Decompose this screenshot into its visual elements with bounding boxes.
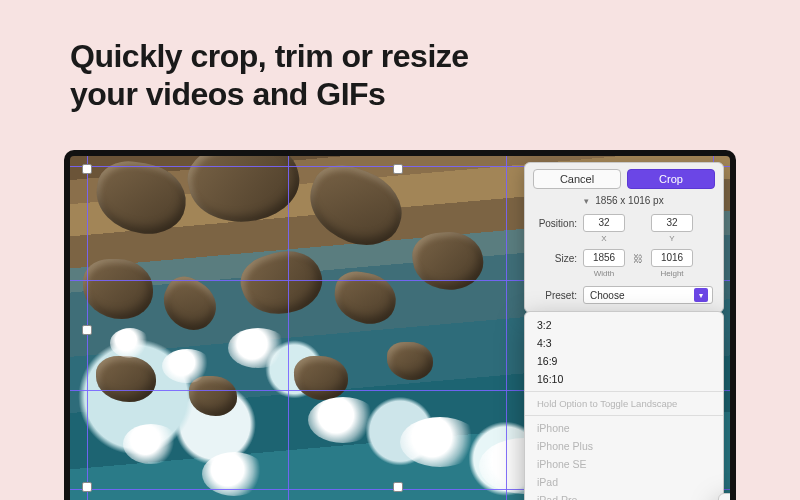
device-frame: Cancel Crop ▾ 1856 x 1016 px Position: 3… bbox=[64, 150, 736, 500]
video-canvas[interactable]: Cancel Crop ▾ 1856 x 1016 px Position: 3… bbox=[70, 156, 730, 500]
image-rock bbox=[387, 342, 433, 380]
image-rock bbox=[410, 228, 486, 293]
crop-guide-line bbox=[506, 156, 507, 500]
image-rock bbox=[83, 259, 153, 319]
image-rock bbox=[294, 356, 348, 400]
marketing-headline: Quickly crop, trim or resize your videos… bbox=[70, 38, 469, 114]
preset-label: Preset: bbox=[535, 290, 577, 301]
image-foam bbox=[308, 397, 378, 443]
preset-menu-ratios: 3:24:316:916:10 bbox=[525, 316, 723, 388]
headline-line-1: Quickly crop, trim or resize bbox=[70, 38, 469, 76]
preset-ratio-menuitem[interactable]: 16:10 bbox=[525, 370, 723, 388]
menu-separator bbox=[525, 391, 723, 392]
preset-menu-devices: iPhoneiPhone PlusiPhone SEiPadiPad ProAp… bbox=[525, 419, 723, 500]
preset-menu: 3:24:316:916:10 Hold Option to Toggle La… bbox=[524, 311, 724, 500]
cancel-button[interactable]: Cancel bbox=[533, 169, 621, 189]
crop-dimensions-readout: 1856 x 1016 px bbox=[595, 195, 663, 206]
size-width-sublabel: Width bbox=[583, 269, 625, 278]
preset-ratio-menuitem[interactable]: 3:2 bbox=[525, 316, 723, 334]
image-rock bbox=[330, 268, 400, 328]
preset-device-menuitem[interactable]: iPad bbox=[525, 473, 723, 491]
video-modes-submenu: 1080p (HD)2160p (UHD)480p (SD)720p (HD)P… bbox=[718, 493, 730, 500]
size-label: Size: bbox=[535, 253, 577, 264]
crop-handle-ml[interactable] bbox=[82, 325, 92, 335]
preset-device-menuitem[interactable]: iPhone SE bbox=[525, 455, 723, 473]
image-foam bbox=[228, 328, 288, 368]
crop-handle-tl[interactable] bbox=[82, 164, 92, 174]
size-height-sublabel: Height bbox=[651, 269, 693, 278]
size-height-input[interactable]: 1016 bbox=[651, 249, 693, 267]
image-foam bbox=[400, 417, 480, 467]
preset-device-menuitem[interactable]: iPhone Plus bbox=[525, 437, 723, 455]
preset-dropdown[interactable]: Choose ▾ bbox=[583, 286, 713, 304]
crop-handle-tm[interactable] bbox=[393, 164, 403, 174]
preset-ratio-menuitem[interactable]: 4:3 bbox=[525, 334, 723, 352]
image-rock bbox=[234, 241, 329, 325]
headline-line-2: your videos and GIFs bbox=[70, 76, 469, 114]
image-rock bbox=[96, 356, 156, 402]
preset-device-menuitem[interactable]: iPhone bbox=[525, 419, 723, 437]
image-rock bbox=[92, 157, 191, 239]
position-y-sublabel: Y bbox=[651, 234, 693, 243]
crop-inspector-panel: Cancel Crop ▾ 1856 x 1016 px Position: 3… bbox=[524, 162, 724, 313]
crop-guide-line bbox=[288, 156, 289, 500]
aspect-lock-icon[interactable]: ⛓ bbox=[631, 253, 645, 264]
image-foam bbox=[162, 349, 212, 383]
preset-device-menuitem[interactable]: iPad Pro bbox=[525, 491, 723, 500]
dropdown-arrow-icon: ▾ bbox=[694, 288, 708, 302]
position-y-input[interactable]: 32 bbox=[651, 214, 693, 232]
landscape-toggle-hint: Hold Option to Toggle Landscape bbox=[525, 395, 723, 412]
crop-handle-bl[interactable] bbox=[82, 482, 92, 492]
preset-dropdown-value: Choose bbox=[590, 290, 624, 301]
crop-button[interactable]: Crop bbox=[627, 169, 715, 189]
chevron-down-icon[interactable]: ▾ bbox=[584, 196, 589, 206]
image-foam bbox=[110, 328, 150, 358]
position-x-input[interactable]: 32 bbox=[583, 214, 625, 232]
preset-ratio-menuitem[interactable]: 16:9 bbox=[525, 352, 723, 370]
crop-handle-bm[interactable] bbox=[393, 482, 403, 492]
size-width-input[interactable]: 1856 bbox=[583, 249, 625, 267]
image-foam bbox=[123, 424, 179, 464]
position-label: Position: bbox=[535, 218, 577, 229]
image-rock bbox=[189, 376, 237, 416]
position-x-sublabel: X bbox=[583, 234, 625, 243]
menu-separator bbox=[525, 415, 723, 416]
